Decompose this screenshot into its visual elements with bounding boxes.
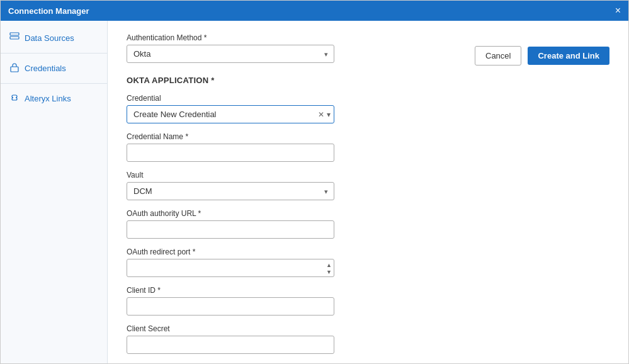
credential-name-label: Credential Name * (127, 132, 609, 141)
credential-clear-icon[interactable]: ✕ (318, 110, 324, 119)
alteryx-links-icon (9, 93, 20, 105)
svg-rect-2 (11, 67, 18, 72)
sidebar: Data Sources Credentials (1, 21, 108, 363)
client-secret-label: Client Secret (127, 324, 609, 333)
action-buttons: Cancel Create and Link (475, 33, 609, 65)
oauth-authority-group: OAuth authority URL * (127, 209, 609, 239)
credential-name-group: Credential Name * (127, 132, 609, 162)
data-sources-icon (9, 32, 20, 44)
credential-group: Credential ✕ ▾ (127, 94, 609, 123)
oauth-redirect-port-spinners: ▲ ▼ (326, 261, 332, 275)
sidebar-item-alteryx-links-label: Alteryx Links (25, 94, 71, 103)
client-secret-input[interactable] (127, 336, 334, 354)
oauth-redirect-port-group: OAuth redirect port * ▲ ▼ (127, 247, 609, 277)
sidebar-divider-2 (1, 83, 107, 84)
body: Data Sources Credentials (1, 21, 628, 363)
svg-rect-1 (10, 37, 19, 39)
client-id-input[interactable] (127, 297, 334, 316)
auth-method-section: Authentication Method * Okta ▾ (127, 33, 475, 63)
close-button[interactable]: × (615, 6, 621, 16)
credentials-icon (9, 62, 20, 74)
oauth-redirect-port-label: OAuth redirect port * (127, 247, 609, 256)
sidebar-item-credentials[interactable]: Credentials (1, 56, 107, 81)
sidebar-divider-1 (1, 53, 107, 54)
connection-manager-window: Connection Manager × Data Sources (0, 0, 629, 364)
top-bar: Authentication Method * Okta ▾ Cancel Cr… (127, 33, 609, 65)
oauth-authority-input[interactable] (127, 220, 334, 239)
credential-name-input[interactable] (127, 144, 334, 162)
vault-select[interactable]: DCM (127, 182, 334, 200)
svg-rect-0 (10, 33, 19, 35)
sidebar-item-data-sources[interactable]: Data Sources (1, 26, 107, 50)
credential-input-icons: ✕ ▾ (318, 110, 331, 119)
client-id-label: Client ID * (127, 286, 609, 295)
vault-group: Vault DCM ▾ (127, 171, 609, 200)
credential-label: Credential (127, 94, 609, 103)
create-and-link-button[interactable]: Create and Link (528, 47, 609, 65)
sidebar-item-alteryx-links[interactable]: Alteryx Links (1, 86, 107, 111)
title-bar: Connection Manager × (1, 1, 628, 21)
sidebar-item-data-sources-label: Data Sources (25, 33, 74, 43)
credential-select-wrapper: ✕ ▾ (127, 105, 334, 123)
main-content: Authentication Method * Okta ▾ Cancel Cr… (108, 21, 628, 363)
oauth-redirect-port-input[interactable] (127, 259, 334, 277)
auth-method-select[interactable]: Okta (127, 45, 334, 63)
cancel-button[interactable]: Cancel (475, 46, 521, 65)
client-id-group: Client ID * (127, 286, 609, 316)
window-title: Connection Manager (8, 6, 89, 16)
auth-method-label: Authentication Method * (127, 33, 475, 42)
vault-label: Vault (127, 171, 609, 179)
client-secret-group: Client Secret (127, 324, 609, 354)
spinner-down-icon[interactable]: ▼ (326, 268, 332, 275)
sidebar-item-credentials-label: Credentials (25, 64, 66, 73)
vault-select-wrapper: DCM ▾ (127, 182, 334, 200)
oauth-authority-label: OAuth authority URL * (127, 209, 609, 218)
credential-input[interactable] (127, 105, 334, 123)
auth-method-wrapper: Okta ▾ (127, 45, 334, 63)
spinner-up-icon[interactable]: ▲ (326, 261, 332, 268)
okta-application-section: OKTA APPLICATION * Credential ✕ ▾ Creden… (127, 76, 609, 354)
okta-application-title: OKTA APPLICATION * (127, 76, 609, 85)
oauth-redirect-port-wrapper: ▲ ▼ (127, 259, 334, 277)
okta-tokens-title: OKTA TOKENS * (127, 363, 609, 363)
credential-chevron-icon[interactable]: ▾ (327, 110, 331, 119)
okta-tokens-section: OKTA TOKENS * Credential ▾ (127, 363, 609, 363)
